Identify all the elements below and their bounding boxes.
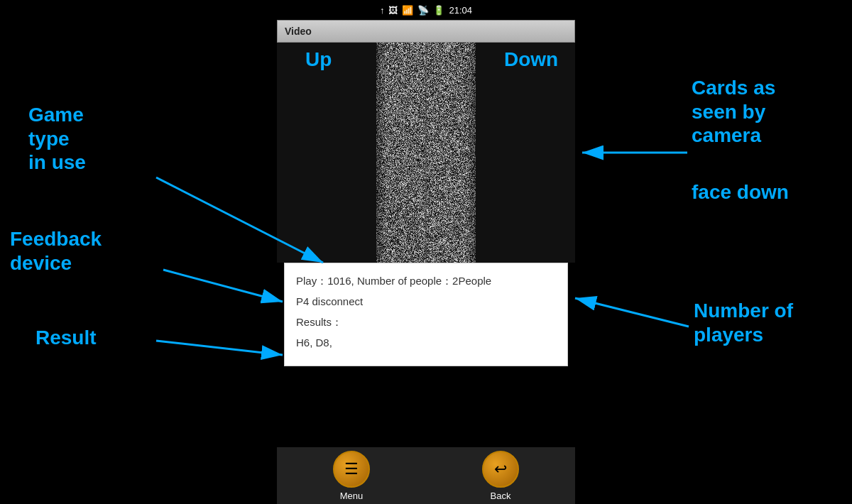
back-button[interactable]: ↩ Back (482, 451, 519, 501)
status-icon-photo: 🖼 (388, 5, 398, 16)
up-label: Up (305, 48, 332, 71)
back-label: Back (491, 491, 511, 501)
time-display: 21:04 (449, 5, 472, 16)
info-line-1: Play：1016, Number of people：2People (296, 273, 556, 288)
info-line-3: Results： (296, 314, 556, 329)
signal-icon: 📡 (417, 5, 429, 16)
back-icon: ↩ (482, 451, 519, 488)
info-line-2: P4 disconnect (296, 294, 556, 309)
video-titlebar: Video (277, 20, 575, 43)
menu-label: Menu (340, 491, 364, 501)
menu-button[interactable]: ☰ Menu (333, 451, 370, 501)
annotation-cards-as: Cards as seen by camera (692, 76, 775, 148)
annotation-result: Result (36, 327, 97, 349)
status-bar: ↑ 🖼 📶 📡 🔋 21:04 (0, 0, 852, 20)
number-players-arrow (575, 298, 689, 327)
wifi-icon: 📶 (402, 5, 413, 16)
camera-canvas (277, 43, 575, 263)
camera-preview (277, 43, 575, 263)
feedback-arrow (163, 270, 283, 302)
annotation-feedback: Feedback device (10, 227, 102, 275)
annotation-number-of: Number of players (694, 299, 793, 346)
status-icon-upload: ↑ (380, 5, 385, 16)
bottom-bar: ☰ Menu ↩ Back (277, 447, 575, 504)
menu-icon: ☰ (333, 451, 370, 488)
result-arrow (156, 341, 283, 355)
info-panel: Play：1016, Number of people：2People P4 d… (284, 263, 568, 366)
annotation-game-type: Game type in use (28, 103, 86, 175)
annotation-face-down: face down (692, 180, 789, 204)
video-title: Video (285, 26, 312, 37)
down-label: Down (504, 48, 558, 71)
info-line-4: H6, D8, (296, 335, 556, 350)
battery-icon: 🔋 (433, 5, 444, 16)
